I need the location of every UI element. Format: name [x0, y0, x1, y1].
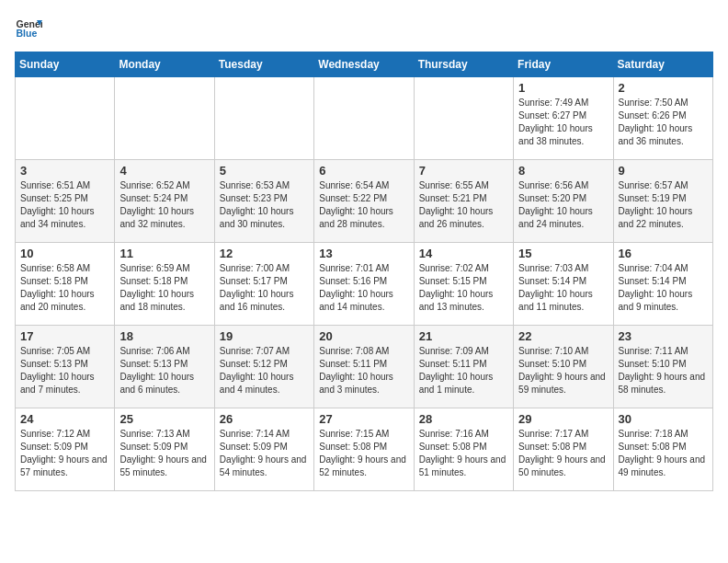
day-info: Sunrise: 7:18 AM Sunset: 5:08 PM Dayligh… — [619, 428, 708, 479]
day-cell — [414, 77, 513, 160]
day-cell: 27Sunrise: 7:15 AM Sunset: 5:08 PM Dayli… — [314, 408, 414, 491]
day-cell: 10Sunrise: 6:58 AM Sunset: 5:18 PM Dayli… — [16, 243, 115, 326]
day-info: Sunrise: 6:56 AM Sunset: 5:20 PM Dayligh… — [518, 179, 608, 231]
day-number: 5 — [220, 164, 309, 178]
day-cell: 9Sunrise: 6:57 AM Sunset: 5:19 PM Daylig… — [613, 160, 712, 243]
day-number: 23 — [619, 329, 708, 343]
day-number: 15 — [518, 247, 608, 260]
day-number: 21 — [419, 329, 508, 343]
calendar-header: SundayMondayTuesdayWednesdayThursdayFrid… — [16, 52, 713, 77]
day-number: 9 — [619, 164, 708, 178]
week-row-1: 1Sunrise: 7:49 AM Sunset: 6:27 PM Daylig… — [16, 77, 713, 160]
day-number: 4 — [119, 164, 209, 178]
day-number: 11 — [119, 247, 209, 260]
header-cell-tuesday: Tuesday — [214, 52, 313, 77]
day-cell: 2Sunrise: 7:50 AM Sunset: 6:26 PM Daylig… — [613, 77, 712, 160]
day-info: Sunrise: 7:11 AM Sunset: 5:10 PM Dayligh… — [619, 345, 708, 396]
day-info: Sunrise: 6:53 AM Sunset: 5:23 PM Dayligh… — [220, 179, 309, 231]
header: General Blue — [15, 15, 713, 42]
day-info: Sunrise: 6:58 AM Sunset: 5:18 PM Dayligh… — [20, 262, 109, 314]
day-info: Sunrise: 6:54 AM Sunset: 5:22 PM Dayligh… — [319, 179, 408, 231]
day-info: Sunrise: 7:01 AM Sunset: 5:16 PM Dayligh… — [319, 262, 408, 314]
day-info: Sunrise: 6:59 AM Sunset: 5:18 PM Dayligh… — [119, 262, 209, 314]
day-number: 8 — [518, 164, 608, 178]
day-info: Sunrise: 6:57 AM Sunset: 5:19 PM Dayligh… — [619, 179, 708, 231]
day-number: 30 — [619, 412, 708, 426]
day-number: 14 — [419, 247, 508, 260]
header-cell-wednesday: Wednesday — [314, 52, 414, 77]
header-cell-sunday: Sunday — [16, 52, 115, 77]
week-row-5: 24Sunrise: 7:12 AM Sunset: 5:09 PM Dayli… — [16, 408, 713, 491]
header-cell-saturday: Saturday — [613, 52, 712, 77]
day-cell: 13Sunrise: 7:01 AM Sunset: 5:16 PM Dayli… — [314, 243, 414, 326]
day-info: Sunrise: 7:00 AM Sunset: 5:17 PM Dayligh… — [220, 262, 309, 314]
week-row-2: 3Sunrise: 6:51 AM Sunset: 5:25 PM Daylig… — [16, 160, 713, 243]
day-info: Sunrise: 7:07 AM Sunset: 5:12 PM Dayligh… — [220, 345, 309, 396]
week-row-4: 17Sunrise: 7:05 AM Sunset: 5:13 PM Dayli… — [16, 326, 713, 408]
day-cell: 22Sunrise: 7:10 AM Sunset: 5:10 PM Dayli… — [514, 326, 613, 408]
day-cell: 16Sunrise: 7:04 AM Sunset: 5:14 PM Dayli… — [613, 243, 712, 326]
day-number: 24 — [20, 412, 109, 426]
day-info: Sunrise: 7:09 AM Sunset: 5:11 PM Dayligh… — [419, 345, 508, 396]
day-number: 22 — [518, 329, 608, 343]
week-row-3: 10Sunrise: 6:58 AM Sunset: 5:18 PM Dayli… — [16, 243, 713, 326]
header-cell-thursday: Thursday — [414, 52, 513, 77]
day-cell: 28Sunrise: 7:16 AM Sunset: 5:08 PM Dayli… — [414, 408, 513, 491]
day-number: 27 — [319, 412, 408, 426]
day-number: 25 — [119, 412, 209, 426]
day-cell: 26Sunrise: 7:14 AM Sunset: 5:09 PM Dayli… — [214, 408, 313, 491]
day-number: 6 — [319, 164, 408, 178]
day-number: 29 — [518, 412, 608, 426]
day-cell: 23Sunrise: 7:11 AM Sunset: 5:10 PM Dayli… — [613, 326, 712, 408]
day-cell: 6Sunrise: 6:54 AM Sunset: 5:22 PM Daylig… — [314, 160, 414, 243]
day-cell: 19Sunrise: 7:07 AM Sunset: 5:12 PM Dayli… — [214, 326, 313, 408]
day-number: 3 — [20, 164, 109, 178]
day-cell: 17Sunrise: 7:05 AM Sunset: 5:13 PM Dayli… — [16, 326, 115, 408]
day-cell: 21Sunrise: 7:09 AM Sunset: 5:11 PM Dayli… — [414, 326, 513, 408]
day-info: Sunrise: 7:05 AM Sunset: 5:13 PM Dayligh… — [20, 345, 109, 396]
day-number: 1 — [518, 81, 608, 95]
svg-text:Blue: Blue — [17, 28, 38, 39]
header-cell-friday: Friday — [514, 52, 613, 77]
day-cell: 3Sunrise: 6:51 AM Sunset: 5:25 PM Daylig… — [16, 160, 115, 243]
day-info: Sunrise: 6:51 AM Sunset: 5:25 PM Dayligh… — [20, 179, 109, 231]
logo: General Blue — [15, 15, 42, 42]
day-info: Sunrise: 7:14 AM Sunset: 5:09 PM Dayligh… — [220, 428, 309, 479]
day-cell: 12Sunrise: 7:00 AM Sunset: 5:17 PM Dayli… — [214, 243, 313, 326]
day-number: 2 — [619, 81, 708, 95]
day-info: Sunrise: 7:08 AM Sunset: 5:11 PM Dayligh… — [319, 345, 408, 396]
day-number: 17 — [20, 329, 109, 343]
day-cell: 30Sunrise: 7:18 AM Sunset: 5:08 PM Dayli… — [613, 408, 712, 491]
day-info: Sunrise: 7:16 AM Sunset: 5:08 PM Dayligh… — [419, 428, 508, 479]
day-info: Sunrise: 7:15 AM Sunset: 5:08 PM Dayligh… — [319, 428, 408, 479]
calendar-body: 1Sunrise: 7:49 AM Sunset: 6:27 PM Daylig… — [16, 77, 713, 491]
day-cell: 29Sunrise: 7:17 AM Sunset: 5:08 PM Dayli… — [514, 408, 613, 491]
calendar-table: SundayMondayTuesdayWednesdayThursdayFrid… — [15, 52, 713, 491]
day-cell — [115, 77, 214, 160]
header-cell-monday: Monday — [115, 52, 214, 77]
day-cell: 5Sunrise: 6:53 AM Sunset: 5:23 PM Daylig… — [214, 160, 313, 243]
day-number: 26 — [220, 412, 309, 426]
day-cell — [314, 77, 414, 160]
day-info: Sunrise: 7:17 AM Sunset: 5:08 PM Dayligh… — [518, 428, 608, 479]
day-info: Sunrise: 7:03 AM Sunset: 5:14 PM Dayligh… — [518, 262, 608, 314]
day-number: 7 — [419, 164, 508, 178]
logo-icon: General Blue — [15, 15, 42, 42]
day-number: 19 — [220, 329, 309, 343]
day-number: 28 — [419, 412, 508, 426]
day-cell: 1Sunrise: 7:49 AM Sunset: 6:27 PM Daylig… — [514, 77, 613, 160]
day-number: 18 — [119, 329, 209, 343]
day-number: 16 — [619, 247, 708, 260]
day-number: 10 — [20, 247, 109, 260]
day-cell: 7Sunrise: 6:55 AM Sunset: 5:21 PM Daylig… — [414, 160, 513, 243]
day-cell — [214, 77, 313, 160]
day-info: Sunrise: 7:50 AM Sunset: 6:26 PM Dayligh… — [619, 97, 708, 148]
day-info: Sunrise: 7:12 AM Sunset: 5:09 PM Dayligh… — [20, 428, 109, 479]
day-cell: 15Sunrise: 7:03 AM Sunset: 5:14 PM Dayli… — [514, 243, 613, 326]
day-cell: 25Sunrise: 7:13 AM Sunset: 5:09 PM Dayli… — [115, 408, 214, 491]
day-cell: 24Sunrise: 7:12 AM Sunset: 5:09 PM Dayli… — [16, 408, 115, 491]
day-cell: 8Sunrise: 6:56 AM Sunset: 5:20 PM Daylig… — [514, 160, 613, 243]
day-info: Sunrise: 7:02 AM Sunset: 5:15 PM Dayligh… — [419, 262, 508, 314]
day-cell: 14Sunrise: 7:02 AM Sunset: 5:15 PM Dayli… — [414, 243, 513, 326]
day-info: Sunrise: 7:13 AM Sunset: 5:09 PM Dayligh… — [119, 428, 209, 479]
